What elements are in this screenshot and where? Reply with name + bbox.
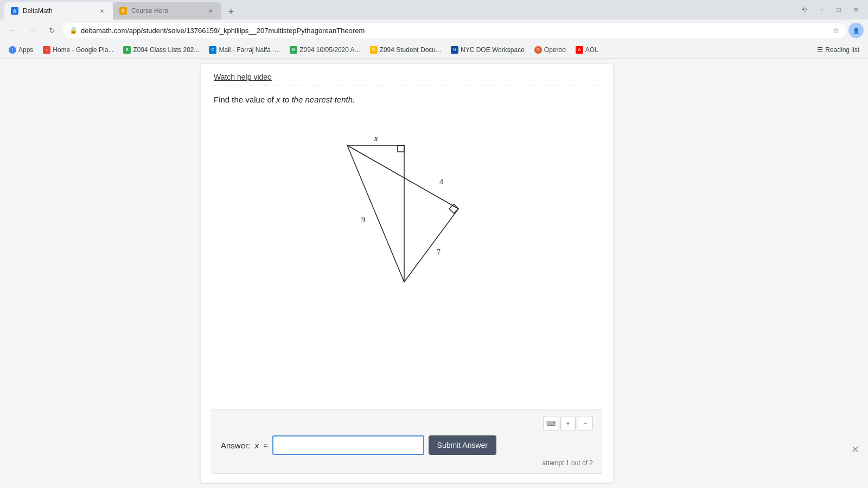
bookmark-z094-oct-label: Z094 10/05/2020 A...	[299, 46, 360, 54]
label-9: 9	[361, 216, 365, 224]
lock-icon: 🔒	[69, 27, 78, 34]
tab-deltamath-close[interactable]: ✕	[98, 7, 106, 15]
bookmark-star-icon[interactable]: ☆	[833, 26, 840, 35]
submit-button[interactable]: Submit Answer	[429, 435, 496, 455]
tab-coursehero-close[interactable]: ✕	[206, 7, 215, 15]
reading-list-icon: ☰	[817, 46, 823, 54]
right-angle-top	[398, 145, 404, 152]
answer-tools: ⌨ + −	[221, 416, 593, 431]
address-bar: ← → ↻ 🔒 deltamath.com/app/student/solve/…	[0, 20, 868, 41]
reading-list-label: Reading list	[825, 46, 859, 54]
minimize-button[interactable]: −	[814, 2, 829, 17]
label-4: 4	[439, 178, 443, 186]
answer-label: Answer: x ≈	[221, 441, 268, 450]
bookmark-aol[interactable]: A AOL	[571, 44, 603, 56]
tab-coursehero[interactable]: C Course Hero ✕	[113, 2, 221, 20]
bookmark-operoo[interactable]: O Operoo	[530, 44, 570, 56]
mail-favicon: O	[209, 46, 216, 54]
close-button[interactable]: ✕	[848, 2, 864, 17]
minus-button[interactable]: −	[578, 416, 593, 431]
geometry-diagram: x 4 9 7	[298, 114, 515, 314]
answer-input[interactable]	[272, 435, 424, 455]
dismiss-button[interactable]: ✕	[851, 444, 859, 455]
profile-avatar: 👤	[848, 23, 864, 38]
bookmark-z094-class[interactable]: B Z094 Class Lists 202...	[119, 44, 203, 56]
plus-button[interactable]: +	[560, 416, 576, 431]
answer-x-symbol: x	[255, 441, 259, 450]
bookmark-z094-doc-label: Z094 Student Docu...	[380, 46, 441, 54]
diagram-area: x 4 9 7	[201, 108, 613, 409]
window-controls: ⟲ − □ ✕	[796, 2, 864, 20]
bookmark-mail[interactable]: O Mail - Farraj Naifa -...	[205, 44, 284, 56]
back-button[interactable]: ←	[4, 22, 22, 39]
answer-text: Answer:	[221, 441, 250, 450]
answer-row: Answer: x ≈ Submit Answer	[221, 435, 593, 455]
apps-favicon: ⋮	[9, 46, 16, 54]
tab-coursehero-title: Course Hero	[131, 7, 202, 15]
refresh-button[interactable]: ↻	[43, 22, 61, 39]
profile-button[interactable]: 👤	[848, 23, 864, 38]
problem-prefix: Find the value of	[214, 95, 276, 104]
label-x: x	[374, 134, 378, 143]
attempt-text: attempt 1 out of 2	[221, 459, 593, 467]
bookmark-z094-doc[interactable]: B Z094 Student Docu...	[366, 44, 445, 56]
answer-approx: ≈	[263, 441, 267, 450]
problem-suffix: to the nearest tenth.	[280, 95, 355, 104]
problem-text: Find the value of x to the nearest tenth…	[201, 86, 613, 108]
page-content: Watch help video Find the value of x to …	[0, 59, 868, 488]
bookmark-apps[interactable]: ⋮ Apps	[4, 44, 37, 56]
content-panel: Watch help video Find the value of x to …	[201, 64, 613, 483]
bookmark-apps-label: Apps	[18, 46, 33, 54]
bookmark-z094-class-label: Z094 Class Lists 202...	[133, 46, 199, 54]
deltamath-favicon: Δ	[11, 7, 18, 15]
reading-list[interactable]: ☰ Reading list	[813, 44, 864, 56]
extension-icon[interactable]: ⟲	[796, 2, 812, 17]
home-google-favicon: ⌂	[43, 46, 50, 54]
tab-bar: Δ DeltaMath ✕ C Course Hero ✕ + ⟲ − □ ✕	[0, 0, 868, 20]
bookmarks-bar: ⋮ Apps ⌂ Home - Google Pla... B Z094 Cla…	[0, 41, 868, 59]
aol-favicon: A	[576, 46, 583, 54]
bookmark-home-label: Home - Google Pla...	[53, 46, 113, 54]
bookmark-mail-label: Mail - Farraj Naifa -...	[219, 46, 280, 54]
bookmark-z094-oct[interactable]: B Z094 10/05/2020 A...	[285, 44, 364, 56]
new-tab-button[interactable]: +	[224, 4, 239, 20]
watch-help-link[interactable]: Watch help video	[201, 64, 613, 86]
tab-deltamath-title: DeltaMath	[23, 7, 93, 15]
answer-section: ⌨ + − Answer: x ≈ Submit Answer attempt …	[212, 409, 602, 474]
operoo-favicon: O	[534, 46, 542, 54]
outer-triangle	[347, 145, 458, 282]
chrome-frame: Δ DeltaMath ✕ C Course Hero ✕ + ⟲ − □ ✕ …	[0, 0, 868, 59]
z094-oct-favicon: B	[290, 46, 297, 54]
maximize-button[interactable]: □	[831, 2, 846, 17]
right-angle-right	[449, 204, 458, 214]
coursehero-favicon: C	[119, 7, 127, 15]
problem-x: x	[276, 95, 280, 104]
tab-deltamath[interactable]: Δ DeltaMath ✕	[4, 2, 113, 20]
z094-doc-favicon: B	[370, 46, 378, 54]
url-text: deltamath.com/app/student/solve/13766159…	[81, 27, 827, 35]
label-7: 7	[437, 248, 441, 256]
nyc-doe-favicon: N	[451, 46, 458, 54]
address-input-wrap[interactable]: 🔒 deltamath.com/app/student/solve/137661…	[63, 23, 846, 38]
keyboard-button[interactable]: ⌨	[543, 416, 558, 431]
bookmark-nyc-doe[interactable]: N NYC DOE Workspace	[446, 44, 529, 56]
bookmark-home-google[interactable]: ⌂ Home - Google Pla...	[39, 44, 118, 56]
forward-button[interactable]: →	[24, 22, 41, 39]
bookmark-aol-label: AOL	[585, 46, 598, 54]
bookmark-operoo-label: Operoo	[544, 46, 566, 54]
bookmark-nyc-doe-label: NYC DOE Workspace	[461, 46, 525, 54]
z094-class-favicon: B	[123, 46, 131, 54]
